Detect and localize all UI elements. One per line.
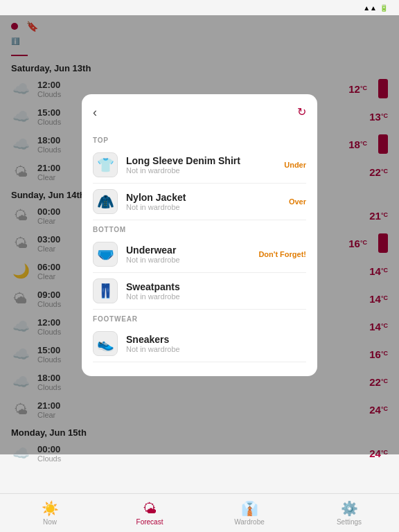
modal-sections: TOP👕Long Sleeve Denim ShirtNot in wardro… [82, 131, 317, 362]
outfit-item-badge: Over [289, 197, 306, 206]
outfit-item-name: Sweatpants [126, 281, 306, 292]
refresh-icon[interactable]: ↻ [297, 105, 306, 118]
outfit-item-name: Sneakers [126, 334, 306, 345]
outfit-item-status: Not in wardrobe [126, 292, 306, 301]
tab-settings-icon: ⚙️ [341, 500, 358, 517]
outfit-item-icon: 👕 [93, 152, 118, 177]
outfit-item-icon: 🧥 [93, 189, 118, 214]
tab-wardrobe[interactable]: 👔Wardrobe [200, 494, 299, 532]
modal-back-button[interactable]: ‹ [93, 105, 103, 120]
status-bar: ▲▲ 🔋 [0, 0, 399, 15]
tab-forecast[interactable]: 🌤Forecast [100, 494, 200, 532]
outfit-item-icon: 👟 [93, 331, 118, 356]
outfit-item-row[interactable]: 👕Long Sleeve Denim ShirtNot in wardrobeU… [82, 147, 317, 183]
tab-now-icon: ☀️ [42, 500, 59, 517]
battery-icon: 🔋 [380, 4, 388, 12]
outfit-item-name: Long Sleeve Denim Shirt [126, 155, 276, 166]
modal-overlay[interactable]: ‹ ↻ TOP👕Long Sleeve Denim ShirtNot in wa… [0, 15, 399, 454]
outfit-item-icon: 👖 [93, 278, 118, 303]
outfit-item-icon: 🩲 [93, 242, 118, 267]
modal-section-label: FOOTWEAR [82, 310, 317, 326]
tab-forecast-icon: 🌤 [143, 501, 157, 517]
weather-description: Clouds [37, 454, 362, 463]
outfit-item-row[interactable]: 👖SweatpantsNot in wardrobe [82, 273, 317, 309]
outfit-item-name: Underwear [126, 245, 250, 256]
outfit-item-status: Not in wardrobe [126, 256, 250, 264]
main-content: 🔖 ℹ️ Saturday, Jun 13th☁️12:00Clouds12°C… [0, 15, 399, 493]
outfit-item-badge: Under [284, 161, 306, 169]
tab-wardrobe-icon: 👔 [241, 500, 258, 517]
modal-section-label: TOP [82, 131, 317, 147]
tab-now[interactable]: ☀️Now [0, 494, 100, 532]
tab-forecast-label: Forecast [136, 518, 163, 526]
outfit-item-badge: Don't Forget! [258, 250, 306, 258]
modal-section-label: BOTTOM [82, 220, 317, 236]
wifi-icon: ▲▲ [363, 4, 377, 12]
tab-settings-label: Settings [337, 518, 362, 526]
modal-divider [93, 362, 306, 362]
tab-wardrobe-label: Wardrobe [234, 518, 265, 526]
tab-bar: ☀️Now🌤Forecast👔Wardrobe⚙️Settings [0, 493, 399, 532]
tab-now-label: Now [43, 518, 57, 526]
outfit-item-row[interactable]: 👟SneakersNot in wardrobe [82, 326, 317, 362]
outfit-item-row[interactable]: 🧥Nylon JacketNot in wardrobeOver [82, 184, 317, 220]
status-right: ▲▲ 🔋 [363, 4, 391, 12]
modal-subtitle [82, 125, 317, 131]
modal-header: ‹ ↻ [82, 94, 317, 125]
outfit-item-status: Not in wardrobe [126, 166, 276, 175]
tab-settings[interactable]: ⚙️Settings [299, 494, 399, 532]
outfit-item-status: Not in wardrobe [126, 203, 281, 211]
outfit-item-status: Not in wardrobe [126, 345, 306, 353]
outfit-modal: ‹ ↻ TOP👕Long Sleeve Denim ShirtNot in wa… [82, 94, 317, 376]
outfit-item-row[interactable]: 🩲UnderwearNot in wardrobeDon't Forget! [82, 236, 317, 272]
outfit-item-name: Nylon Jacket [126, 192, 281, 203]
